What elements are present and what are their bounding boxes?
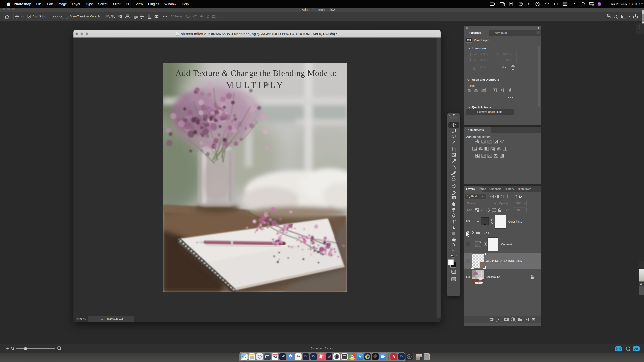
- svg-text:MULTIPLY: MULTIPLY: [226, 80, 285, 90]
- svg-text:Add Texture & Change the Blend: Add Texture & Change the Blending Mode t…: [176, 68, 337, 78]
- svg-text:fx: fx: [496, 317, 500, 322]
